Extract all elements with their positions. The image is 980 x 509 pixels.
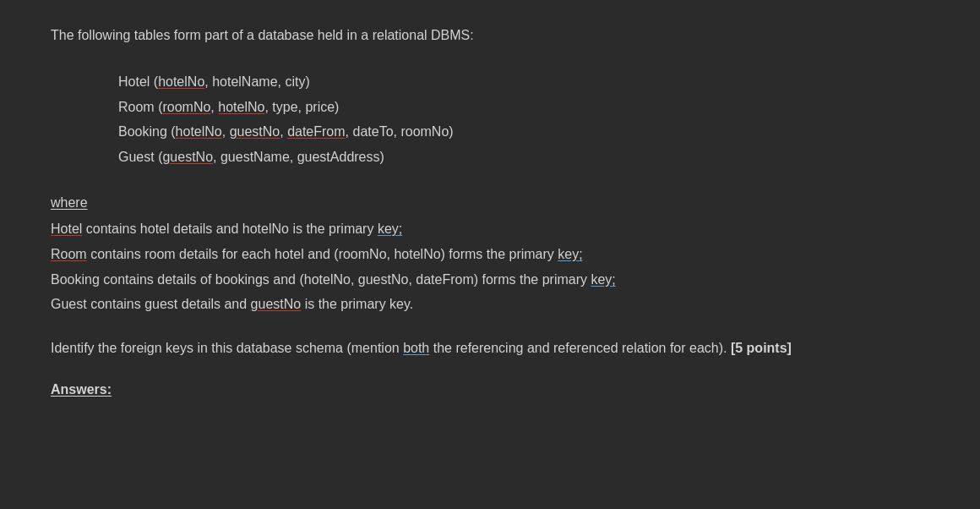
hotel-primary-key: hotelNo [158, 74, 204, 89]
identify-section: Identify the foreign keys in this databa… [51, 337, 929, 359]
room-primary-key-hotelno: hotelNo [218, 100, 264, 114]
room-word: Room [51, 247, 87, 261]
description-lines: Hotel contains hotel details and hotelNo… [51, 216, 929, 316]
guest-desc-line: Guest contains guest details and guestNo… [51, 292, 929, 317]
booking-table-line: Booking (hotelNo, guestNo, dateFrom, dat… [118, 119, 929, 145]
room-table-line: Room (roomNo, hotelNo, type, price) [118, 95, 929, 120]
room-desc-line: Room contains room details for each hote… [51, 242, 929, 267]
identify-text-before: Identify the foreign keys in this databa… [51, 341, 403, 355]
booking-key: key; [591, 272, 615, 287]
guest-no-word: guestNo [251, 297, 302, 311]
answers-label: Answers: [51, 382, 112, 397]
where-section: where Hotel contains hotel details and h… [51, 193, 929, 316]
hotel-desc-line: Hotel contains hotel details and hotelNo… [51, 216, 929, 242]
both-word: both [403, 341, 429, 355]
guest-primary-key: guestNo [162, 150, 213, 164]
points-text: [5 points] [731, 341, 792, 355]
guest-table-line: Guest (guestNo, guestName, guestAddress) [118, 145, 929, 170]
booking-desc-line: Booking contains details of bookings and… [51, 267, 929, 293]
booking-primary-key-hotelno: hotelNo [176, 124, 222, 139]
booking-primary-key-datefrom: dateFrom [287, 124, 345, 139]
room-primary-key-roomno: roomNo [162, 100, 210, 114]
booking-primary-key-guestno: guestNo [230, 124, 280, 139]
hotel-table-line: Hotel (hotelNo, hotelName, city) [118, 69, 929, 95]
identify-text-after: the referencing and referenced relation … [429, 341, 731, 355]
tables-section: Hotel (hotelNo, hotelName, city) Room (r… [118, 69, 929, 169]
hotel-word: Hotel [51, 222, 82, 236]
intro-text: The following tables form part of a data… [51, 25, 929, 46]
hotel-key: key; [378, 222, 402, 236]
answers-section: Answers: [51, 380, 929, 400]
where-label: where [51, 193, 88, 213]
room-key: key; [558, 247, 582, 261]
